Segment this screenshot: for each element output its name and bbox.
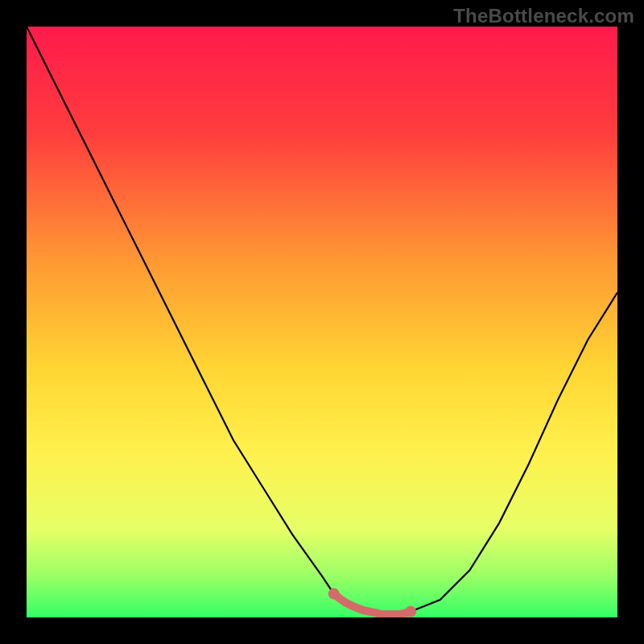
marker-dot (405, 606, 416, 617)
bottleneck-chart (0, 0, 644, 644)
chart-frame: TheBottleneck.com (0, 0, 644, 644)
marker-dot (328, 588, 340, 600)
watermark-text: TheBottleneck.com (453, 5, 634, 27)
gradient-background (27, 27, 617, 617)
